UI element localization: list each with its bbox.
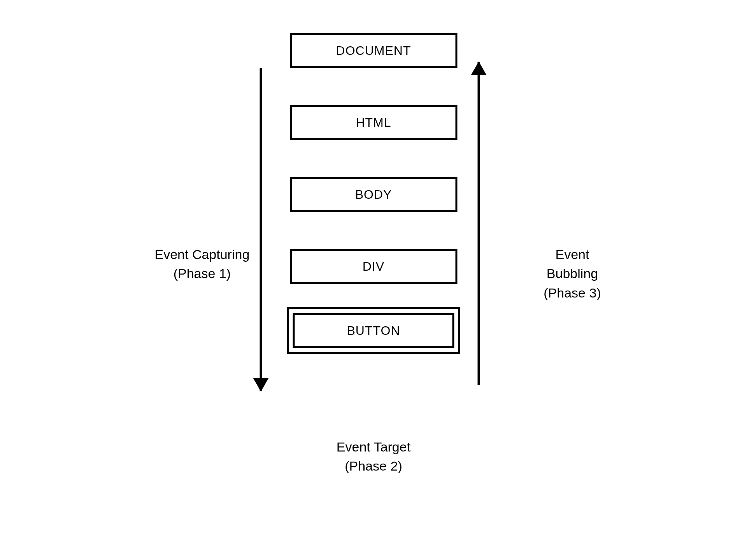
bubbling-arrow xyxy=(478,62,480,385)
capturing-label: Event Capturing (Phase 1) xyxy=(155,245,250,284)
body-node: BODY xyxy=(290,177,457,212)
bubbling-title-text: Event Bubbling xyxy=(534,245,611,284)
capturing-arrow xyxy=(260,68,262,391)
target-title-text: Event Target xyxy=(337,438,410,457)
button-target-inner: BUTTON xyxy=(293,313,454,348)
document-node: DOCUMENT xyxy=(290,33,457,68)
bubbling-phase-text: (Phase 3) xyxy=(534,284,611,303)
div-node-label: DIV xyxy=(363,259,384,274)
body-node-label: BODY xyxy=(355,187,392,202)
target-label: Event Target (Phase 2) xyxy=(337,438,410,476)
arrow-up-icon xyxy=(471,61,487,75)
target-phase-text: (Phase 2) xyxy=(337,457,410,476)
capturing-phase-text: (Phase 1) xyxy=(155,264,250,283)
html-node-label: HTML xyxy=(356,116,391,130)
bubbling-label: Event Bubbling (Phase 3) xyxy=(534,245,611,303)
button-node-label: BUTTON xyxy=(347,324,400,338)
dom-hierarchy-column: DOCUMENT HTML BODY DIV BUTTON xyxy=(287,33,460,354)
document-node-label: DOCUMENT xyxy=(336,44,411,58)
button-target-node: BUTTON xyxy=(287,307,460,354)
html-node: HTML xyxy=(290,105,457,140)
diagram-wrapper: Event Capturing (Phase 1) Event Bubbling… xyxy=(136,33,611,354)
capturing-title-text: Event Capturing xyxy=(155,245,250,264)
arrow-down-icon xyxy=(253,378,269,392)
div-node: DIV xyxy=(290,249,457,284)
